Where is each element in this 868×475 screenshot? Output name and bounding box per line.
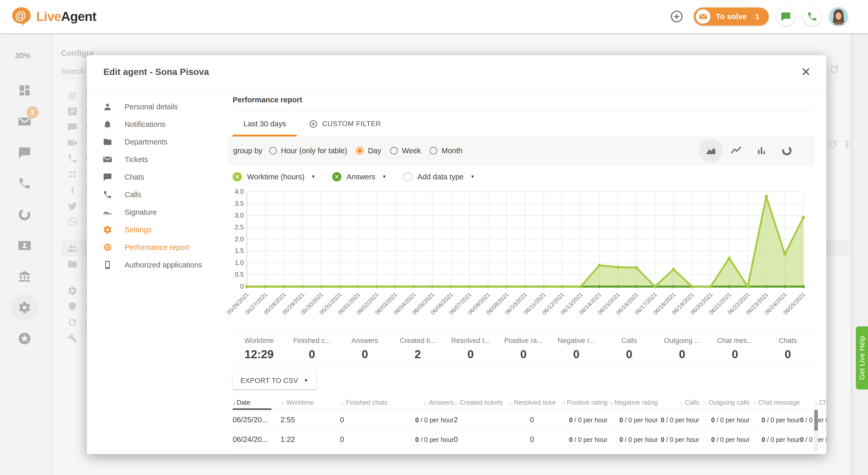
table-cell: 0 bbox=[340, 430, 393, 449]
table-cell: 0 bbox=[505, 449, 558, 454]
column-header-answers[interactable]: ↑↓Answers bbox=[393, 395, 454, 410]
group-by-option-hour[interactable]: Hour (only for table) bbox=[269, 147, 347, 155]
modal-nav-label: Notifications bbox=[125, 120, 165, 129]
sort-both-icon: ↑↓ bbox=[280, 400, 284, 406]
stat-negative-r-: Negative r...0 bbox=[550, 337, 603, 361]
stat-value: 0 bbox=[520, 348, 527, 361]
bell-icon bbox=[103, 120, 112, 129]
modal-nav-label: Settings bbox=[125, 226, 152, 234]
chip-worktime-hours-[interactable]: ✕Worktime (hours)▼ bbox=[232, 172, 316, 182]
area-chart-button[interactable] bbox=[699, 139, 723, 163]
column-label: Negative rating bbox=[614, 399, 658, 406]
column-header-date[interactable]: ↓Date bbox=[232, 395, 280, 410]
line-chart-button[interactable] bbox=[724, 139, 748, 163]
modal-nav-label: Performance report bbox=[125, 243, 189, 252]
sort-both-icon: ↑↓ bbox=[703, 400, 707, 406]
modal-nav-performance-report[interactable]: Performance report bbox=[87, 239, 216, 256]
group-by-option-day[interactable]: Day bbox=[356, 147, 381, 155]
column-header-calls[interactable]: ↑↓Calls bbox=[658, 395, 699, 410]
mail-icon bbox=[103, 155, 112, 164]
add-new-button[interactable] bbox=[668, 7, 686, 26]
export-row: EXPORT TO CSV ▼ bbox=[232, 366, 814, 395]
close-icon[interactable]: ✕ bbox=[797, 64, 814, 80]
chats-button[interactable] bbox=[776, 7, 795, 26]
donut-chart-icon bbox=[781, 145, 793, 157]
chevron-down-icon[interactable]: ▼ bbox=[311, 174, 316, 179]
modal-nav-authorized-applications[interactable]: Authorized applications bbox=[87, 256, 216, 274]
chip-answers[interactable]: ✕Answers▼ bbox=[332, 172, 386, 182]
header-actions: To solve 1 bbox=[668, 7, 848, 26]
user-avatar[interactable] bbox=[829, 7, 848, 26]
liveagent-logo[interactable]: LiveAgent bbox=[11, 6, 96, 27]
area-chart-icon bbox=[705, 145, 717, 157]
stat-finished-c-: Finished c...0 bbox=[286, 337, 339, 361]
chip-icon bbox=[103, 243, 112, 252]
chart-type-toolbar bbox=[699, 139, 799, 163]
donut-chart-button[interactable] bbox=[775, 139, 799, 163]
table-cell: 0 bbox=[340, 410, 393, 430]
column-header-positive-rating[interactable]: ↑↓Positive rating bbox=[558, 395, 608, 410]
modal-nav-tickets[interactable]: Tickets bbox=[87, 151, 216, 168]
column-label: Chats bbox=[819, 399, 826, 406]
modal-nav-signature[interactable]: Signature bbox=[87, 203, 216, 221]
column-header-negative-rating[interactable]: ↑↓Negative rating bbox=[608, 395, 658, 410]
radio-button bbox=[430, 147, 437, 155]
get-live-help-tab[interactable]: Get Live Help bbox=[856, 326, 868, 389]
tab-custom-filter[interactable]: CUSTOM FILTER bbox=[309, 112, 381, 136]
chip-label: Add data type bbox=[417, 172, 464, 181]
sort-both-icon: ↑↓ bbox=[340, 400, 344, 406]
stat-value: 0 bbox=[626, 348, 632, 361]
modal-nav-departments[interactable]: Departments bbox=[87, 133, 216, 151]
svg-text:0.5: 0.5 bbox=[235, 271, 244, 278]
sort-both-icon: ↑↓ bbox=[813, 400, 817, 406]
table-cell: 0 bbox=[454, 449, 505, 454]
column-header-worktime[interactable]: ↑↓Worktime bbox=[280, 395, 340, 410]
chevron-down-icon[interactable]: ▼ bbox=[382, 174, 386, 179]
table-cell: 0 / 0 per hour bbox=[800, 449, 826, 454]
tab-label: CUSTOM FILTER bbox=[322, 120, 381, 128]
column-header-outgoing-calls[interactable]: ↑↓Outgoing calls bbox=[699, 395, 750, 410]
mobile-icon bbox=[103, 260, 112, 270]
table-cell: 06/23/20... bbox=[232, 449, 280, 454]
modal-nav-chats[interactable]: Chats bbox=[87, 168, 216, 186]
modal-nav-personal-details[interactable]: Personal details bbox=[87, 98, 216, 116]
stat-label: Created ti... bbox=[400, 337, 436, 345]
column-label: Resolved ticke bbox=[514, 399, 556, 406]
calls-button[interactable] bbox=[803, 7, 822, 26]
chevron-down-icon[interactable]: ▼ bbox=[470, 174, 475, 179]
table-cell: 0 / 0 per hour bbox=[750, 410, 800, 430]
export-to-csv-button[interactable]: EXPORT TO CSV ▼ bbox=[232, 372, 316, 389]
chip-add-data-type[interactable]: Add data type▼ bbox=[403, 172, 475, 182]
group-by-option-week[interactable]: Week bbox=[390, 147, 421, 155]
table-cell: 0 / 0 per hour bbox=[608, 449, 658, 454]
add-circle-icon[interactable] bbox=[403, 172, 412, 182]
tab-last-30-days[interactable]: Last 30 days bbox=[232, 112, 297, 136]
signature-icon bbox=[103, 208, 112, 217]
table-scrollbar[interactable] bbox=[814, 410, 818, 451]
chat-icon bbox=[103, 172, 112, 182]
column-header-chat-message[interactable]: ↑↓Chat message bbox=[750, 395, 800, 410]
report-table-wrap: ↓Date↑↓Worktime↑↓Finished chats↑↓Answers… bbox=[232, 395, 814, 454]
table-scrollbar-thumb[interactable] bbox=[814, 410, 818, 431]
stat-label: Outgoing ... bbox=[664, 337, 700, 345]
column-header-finished-chats[interactable]: ↑↓Finished chats bbox=[340, 395, 393, 410]
remove-series-icon[interactable]: ✕ bbox=[232, 172, 242, 182]
table-cell: 06/25/20... bbox=[232, 410, 280, 430]
column-header-created-tickets[interactable]: ↑↓Created tickets bbox=[454, 395, 505, 410]
phone-icon bbox=[807, 11, 817, 22]
column-header-resolved-ticke[interactable]: ↑↓Resolved ticke bbox=[505, 395, 558, 410]
remove-series-icon[interactable]: ✕ bbox=[332, 172, 341, 182]
logo-text-agent: Agent bbox=[61, 9, 96, 24]
bar-chart-button[interactable] bbox=[750, 139, 773, 163]
modal-content: Performance report Last 30 days CUSTOM F… bbox=[216, 89, 826, 454]
group-by-option-month[interactable]: Month bbox=[430, 147, 462, 155]
radio-button bbox=[269, 147, 277, 155]
stat-value: 0 bbox=[732, 348, 738, 361]
column-label: Date bbox=[237, 399, 250, 406]
table-cell: 3:48 bbox=[280, 449, 340, 454]
modal-nav-settings[interactable]: Settings bbox=[87, 221, 216, 239]
modal-nav-calls[interactable]: Calls bbox=[87, 186, 216, 203]
column-header-chats[interactable]: ↑↓Chats bbox=[800, 395, 826, 410]
to-solve-button[interactable]: To solve 1 bbox=[694, 7, 769, 26]
modal-nav-notifications[interactable]: Notifications bbox=[87, 116, 216, 133]
